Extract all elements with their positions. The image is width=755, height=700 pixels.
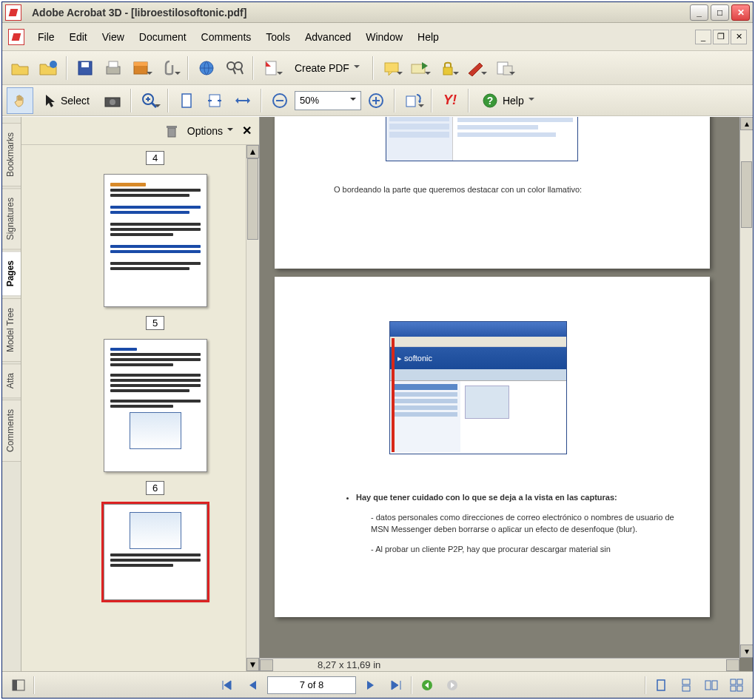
organizer-button[interactable] [128, 55, 155, 81]
comment-button[interactable] [378, 55, 405, 81]
menu-window[interactable]: Window [358, 28, 410, 46]
web-button[interactable] [193, 55, 220, 81]
menu-advanced[interactable]: Advanced [298, 28, 358, 46]
scroll-up-icon[interactable]: ▲ [246, 145, 259, 158]
fit-width-button[interactable] [229, 87, 256, 114]
create-pdf-icon[interactable] [258, 55, 285, 81]
fit-page-button[interactable] [201, 87, 228, 114]
page-label: 5 [146, 316, 164, 330]
mdi-restore[interactable]: ❐ [713, 30, 729, 44]
page-counter-value: 7 of 8 [300, 679, 324, 690]
tab-model-tree[interactable]: Model Tree [2, 298, 21, 362]
next-page-button[interactable] [360, 676, 381, 695]
tab-comments[interactable]: Comments [2, 400, 21, 462]
toolbar-sep [167, 89, 169, 112]
document-view[interactable]: O bordeando la parte que queremos destac… [260, 117, 753, 671]
send-review-button[interactable] [406, 55, 433, 81]
zoom-in-tool[interactable] [136, 87, 163, 114]
svg-line-10 [233, 69, 235, 74]
close-button[interactable]: ✕ [731, 4, 750, 21]
nav-header: Options ✕ [21, 117, 259, 145]
options-menu[interactable]: Options [187, 125, 223, 137]
mdi-minimize[interactable]: _ [695, 30, 711, 44]
menu-edit[interactable]: Edit [62, 28, 95, 46]
mdi-close[interactable]: ✕ [731, 30, 747, 44]
next-view-button[interactable] [442, 676, 463, 695]
prev-view-button[interactable] [417, 676, 437, 695]
hand-tool[interactable] [7, 87, 33, 114]
sub-toolbar: Select 50% [2, 85, 753, 116]
doc-scrollbar-vertical[interactable]: ▴ ▾ [739, 117, 753, 658]
maximize-button[interactable]: □ [711, 4, 729, 21]
svg-rect-46 [737, 679, 742, 684]
svg-rect-37 [13, 680, 17, 690]
zoom-in-button[interactable] [363, 87, 389, 114]
svg-point-0 [50, 61, 57, 68]
page-counter[interactable]: 7 of 8 [267, 676, 356, 694]
tab-signatures[interactable]: Signatures [2, 188, 21, 249]
svg-rect-31 [406, 96, 415, 107]
menu-document[interactable]: Document [132, 28, 194, 46]
create-pdf-button[interactable]: Create PDF [286, 55, 368, 81]
rotate-button[interactable] [400, 87, 426, 114]
zoom-value: 50% [300, 95, 319, 106]
menu-file[interactable]: File [30, 28, 62, 46]
actual-size-button[interactable] [173, 87, 200, 114]
single-page-view[interactable] [651, 676, 671, 695]
svg-rect-47 [731, 686, 736, 691]
nav-toggle-button[interactable] [8, 676, 29, 695]
search-button[interactable] [221, 55, 248, 81]
minimize-button[interactable]: _ [690, 4, 708, 21]
select-tool[interactable]: Select [35, 87, 98, 114]
scroll-down-icon[interactable]: ▾ [740, 645, 753, 658]
sub-item: Al probar un cliente P2P, hay que procur… [371, 543, 680, 556]
menu-comments[interactable]: Comments [194, 28, 259, 46]
tab-attachments[interactable]: Atta [2, 363, 21, 398]
scroll-up-icon[interactable]: ▴ [740, 117, 753, 130]
forms-button[interactable] [491, 55, 517, 81]
nav-close-icon[interactable]: ✕ [242, 124, 252, 138]
open-button[interactable] [7, 55, 33, 81]
sign-button[interactable] [463, 55, 489, 81]
svg-text:?: ? [487, 95, 494, 107]
tab-bookmarks[interactable]: Bookmarks [2, 123, 21, 186]
continuous-facing-view[interactable] [726, 676, 747, 695]
attach-button[interactable] [156, 55, 183, 81]
page-label: 4 [146, 151, 164, 165]
scroll-down-icon[interactable]: ▼ [246, 658, 259, 671]
last-page-button[interactable] [386, 676, 406, 695]
doc-scrollbar-horizontal[interactable]: 8,27 x 11,69 in [260, 658, 739, 671]
continuous-view[interactable] [676, 676, 697, 695]
thumbnail-page-4[interactable] [104, 174, 207, 307]
zoom-out-button[interactable] [266, 87, 293, 114]
svg-rect-2 [81, 62, 89, 67]
trash-icon[interactable] [165, 124, 178, 138]
menu-help[interactable]: Help [410, 28, 446, 46]
facing-view[interactable] [701, 676, 722, 695]
sb-sep [33, 676, 35, 694]
snapshot-tool[interactable] [99, 87, 126, 114]
secure-button[interactable] [434, 55, 461, 81]
svg-rect-45 [731, 679, 736, 684]
help-button[interactable]: ? Help [474, 87, 543, 114]
zoom-value-field[interactable]: 50% [295, 91, 361, 110]
scroll-left-icon[interactable] [260, 659, 273, 671]
window-title: Adobe Acrobat 3D - [libroestilosoftonic.… [32, 7, 246, 18]
scroll-thumb[interactable] [247, 158, 258, 240]
open-web-button[interactable] [35, 55, 61, 81]
menu-tools[interactable]: Tools [258, 28, 298, 46]
save-button[interactable] [72, 55, 98, 81]
tab-pages[interactable]: Pages [2, 251, 21, 296]
toolbar-sep [468, 89, 469, 112]
scroll-right-icon[interactable] [726, 659, 739, 671]
doc-paragraph: O bordeando la parte que queremos destac… [334, 184, 582, 196]
print-button[interactable] [100, 55, 127, 81]
yahoo-button[interactable]: Y! [437, 87, 463, 114]
nav-scrollbar[interactable]: ▲ ▼ [246, 145, 259, 671]
first-page-button[interactable] [217, 676, 238, 695]
thumbnail-page-5[interactable] [104, 339, 207, 472]
prev-page-button[interactable] [242, 676, 263, 695]
thumbnail-page-6[interactable] [104, 504, 207, 600]
scroll-thumb[interactable] [741, 161, 752, 228]
menu-view[interactable]: View [95, 28, 132, 46]
